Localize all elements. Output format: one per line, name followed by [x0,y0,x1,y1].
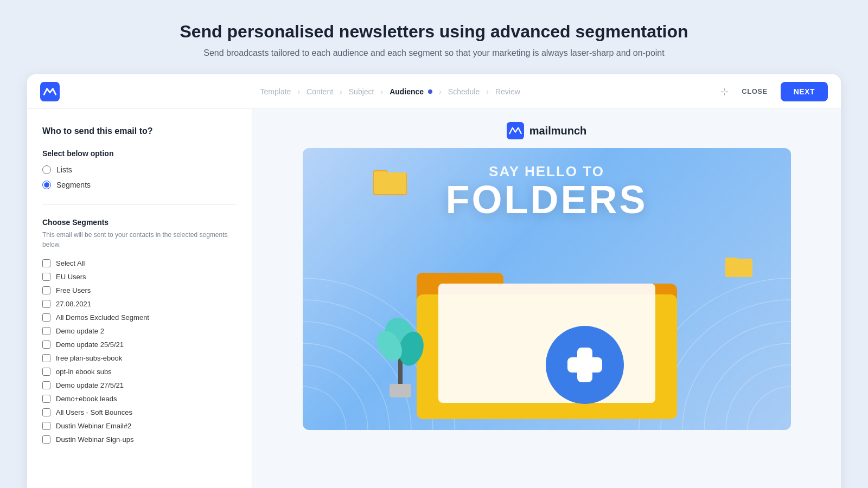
svg-rect-20 [725,258,737,262]
checkbox-demo-update-2-input[interactable] [42,327,50,335]
checkbox-all-demos-excluded[interactable]: All Demos Excluded Segment [42,313,237,322]
left-panel: Who to send this email to? Select below … [27,109,252,488]
checkbox-demo-ebook-leads[interactable]: Demo+ebook leads [42,395,237,403]
page-header: Send personalised newsletters using adva… [0,0,868,74]
checkbox-select-all-label: Select All [56,259,85,267]
chevron-icon-2: › [340,87,342,96]
checkbox-demo-update-2[interactable]: Demo update 2 [42,327,237,335]
svg-rect-1 [507,122,524,139]
svg-rect-18 [374,171,387,177]
checkbox-dustin-webinar-signups-label: Dustin Webinar Sign-ups [56,435,134,444]
checkbox-dustin-webinar-email2-input[interactable] [42,422,50,430]
nav-step-review[interactable]: Review [495,87,520,96]
chevron-icon-3: › [380,87,383,96]
checkbox-dustin-webinar-email2-label: Dustin Webinar Email#2 [56,422,131,430]
checkbox-all-users-soft-bounces-label: All Users - Soft Bounces [56,408,132,416]
nav-step-content[interactable]: Content [307,87,333,96]
checkbox-eu-users-label: EU Users [56,273,86,281]
checkbox-free-plan-subs-ebook-input[interactable] [42,354,50,362]
expand-icon[interactable]: ⊹ [720,86,729,98]
main-card: Template › Content › Subject › Audience … [27,74,841,488]
nav-bar: Template › Content › Subject › Audience … [27,74,841,109]
checkbox-select-all[interactable]: Select All [42,259,237,267]
checkbox-demo-update-27521[interactable]: Demo update 27/5/21 [42,381,237,389]
checkbox-demo-update-27521-label: Demo update 27/5/21 [56,381,124,389]
radio-group: Lists Segments [42,165,237,189]
main-folder-icon [406,251,688,425]
logo-icon [40,82,60,101]
checkbox-demo-update-25521[interactable]: Demo update 25/5/21 [42,341,237,349]
checkbox-eu-users-input[interactable] [42,273,50,281]
svg-rect-27 [567,357,602,373]
checkbox-date[interactable]: 27.08.2021 [42,300,237,308]
checkbox-free-plan-subs-ebook[interactable]: free plan-subs-ebook [42,354,237,362]
checkbox-eu-users[interactable]: EU Users [42,273,237,281]
svg-point-2 [303,387,346,430]
chevron-icon-4: › [439,87,442,96]
preview-image: SAY HELLO TO FOLDERS [303,148,791,430]
radio-segments-label: Segments [56,181,91,189]
svg-point-9 [726,365,791,430]
checkbox-opt-in-ebook-subs-input[interactable] [42,368,50,376]
folders-big-text: FOLDERS [445,180,647,219]
svg-point-3 [303,365,368,430]
checkbox-free-users-label: Free Users [56,286,91,294]
svg-point-8 [748,387,791,430]
right-panel: mailmunch [252,109,841,488]
page-subtitle: Send broadcasts tailored to each audienc… [11,48,857,58]
svg-rect-29 [390,384,411,397]
nav-step-audience[interactable]: Audience [390,87,432,96]
next-button[interactable]: NEXT [781,82,828,101]
nav-step-schedule[interactable]: Schedule [448,87,480,96]
radio-lists-label: Lists [56,165,72,174]
checkbox-demo-update-25521-input[interactable] [42,341,50,349]
checkbox-demo-update-2-label: Demo update 2 [56,327,104,335]
small-folder-left-icon [373,167,407,195]
checkbox-all-users-soft-bounces-input[interactable] [42,408,50,416]
nav-step-subject[interactable]: Subject [349,87,374,96]
checkbox-free-plan-subs-ebook-label: free plan-subs-ebook [56,354,122,362]
preview-logo: mailmunch [507,122,587,139]
checkbox-demo-update-27521-input[interactable] [42,381,50,389]
page-title: Send personalised newsletters using adva… [11,22,857,42]
checkbox-dustin-webinar-signups-input[interactable] [42,435,50,444]
choose-segments-title: Choose Segments [42,218,237,227]
active-dot [428,89,432,94]
checkbox-select-all-input[interactable] [42,259,50,267]
checkbox-dustin-webinar-email2[interactable]: Dustin Webinar Email#2 [42,422,237,430]
radio-segments-input[interactable] [42,181,51,189]
checkbox-dustin-webinar-signups[interactable]: Dustin Webinar Sign-ups [42,435,237,444]
checkbox-demo-update-25521-label: Demo update 25/5/21 [56,341,124,349]
checkbox-date-label: 27.08.2021 [56,300,91,308]
chevron-icon-5: › [486,87,489,96]
preview-logo-text: mailmunch [529,125,587,137]
checkbox-demo-ebook-leads-label: Demo+ebook leads [56,395,117,403]
svg-point-10 [704,343,791,430]
chevron-icon-1: › [297,87,300,96]
checkbox-free-users-input[interactable] [42,286,50,294]
checkbox-demo-ebook-leads-input[interactable] [42,395,50,403]
nav-step-template[interactable]: Template [260,87,291,96]
close-button[interactable]: CLOSE [737,84,771,99]
mailmunch-logo-icon [507,122,524,139]
checkbox-all-demos-excluded-label: All Demos Excluded Segment [56,313,149,322]
nav-steps: Template › Content › Subject › Audience … [60,87,720,96]
checkbox-free-users[interactable]: Free Users [42,286,237,294]
small-folder-right-icon [725,254,753,278]
left-panel-heading: Who to send this email to? [42,126,237,136]
plant-decoration-icon [373,311,427,397]
checkbox-all-demos-excluded-input[interactable] [42,313,50,322]
checkbox-date-input[interactable] [42,300,50,308]
choose-segments-desc: This email will be sent to your contacts… [42,230,237,249]
checkbox-opt-in-ebook-subs[interactable]: opt-in ebook subs [42,368,237,376]
checkbox-list: Select All EU Users Free Users 27.08.202… [42,259,237,444]
divider [42,204,237,205]
nav-actions: ⊹ CLOSE NEXT [720,82,828,101]
radio-lists-input[interactable] [42,165,51,174]
select-option-label: Select below option [42,149,237,158]
checkbox-all-users-soft-bounces[interactable]: All Users - Soft Bounces [42,408,237,416]
radio-lists[interactable]: Lists [42,165,237,174]
radio-segments[interactable]: Segments [42,181,237,189]
content-area: Who to send this email to? Select below … [27,109,841,488]
checkbox-opt-in-ebook-subs-label: opt-in ebook subs [56,368,112,376]
